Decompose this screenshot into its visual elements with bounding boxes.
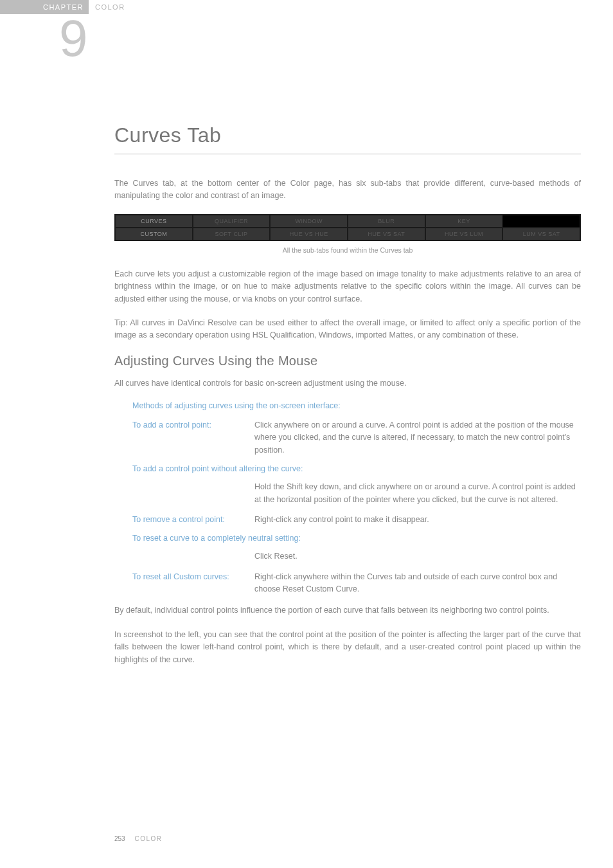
tabs-row-1: CURVES QUALIFIER WINDOW BLUR KEY [116, 215, 580, 227]
tab-huevshue: HUE VS HUE [271, 228, 347, 240]
method-desc: Right-click any control point to make it… [254, 514, 581, 526]
tabs-figure: CURVES QUALIFIER WINDOW BLUR KEY CUSTOM … [114, 214, 581, 241]
tabs-row-2: CUSTOM SOFT CLIP HUE VS HUE HUE VS SAT H… [116, 228, 580, 240]
method-desc: Click anywhere on or around a curve. A c… [254, 419, 581, 457]
body-paragraph: Each curve lets you adjust a customizabl… [114, 268, 581, 305]
method-term: To remove a control point: [132, 514, 254, 526]
tab-lumvssat: LUM VS SAT [503, 228, 580, 240]
tab-blur: BLUR [348, 215, 425, 227]
tab-curves: CURVES [116, 215, 192, 227]
tab-huevssat: HUE VS SAT [348, 228, 425, 240]
section-heading: Adjusting Curves Using the Mouse [114, 354, 581, 368]
method-term: To add a control point: [132, 419, 254, 457]
page-header: CHAPTER COLOR [0, 0, 613, 14]
page-content: Curves Tab The Curves tab, at the bottom… [114, 14, 581, 666]
method-row: To reset all Custom curves: Right-click … [132, 571, 581, 596]
tab-huevslum: HUE VS LUM [426, 228, 502, 240]
method-row: To add a control point: Click anywhere o… [132, 419, 581, 457]
tab-window: WINDOW [271, 215, 347, 227]
body-paragraph: In screenshot to the left, you can see t… [114, 629, 581, 666]
method-row: Hold the Shift key down, and click anywh… [132, 481, 581, 506]
method-desc: Hold the Shift key down, and click anywh… [254, 481, 581, 506]
method-row: To remove a control point: Right-click a… [132, 514, 581, 526]
chapter-number: 9 [59, 9, 88, 68]
footer-section: COLOR [134, 835, 162, 842]
tab-qualifier: QUALIFIER [193, 215, 270, 227]
method-term-spacer [132, 550, 254, 563]
body-paragraph: All curves have identical controls for b… [114, 377, 581, 390]
tab-key: KEY [426, 215, 502, 227]
method-desc: Click Reset. [254, 550, 581, 563]
tip-paragraph: Tip: All curves in DaVinci Resolve can b… [114, 317, 581, 342]
page-number: 253 [114, 835, 125, 842]
method-desc: Right-click anywhere within the Curves t… [254, 571, 581, 596]
tab-softclip: SOFT CLIP [193, 228, 270, 240]
page-title: Curves Tab [114, 123, 581, 154]
method-full-term: To reset a curve to a completely neutral… [132, 534, 581, 543]
method-term: To reset all Custom curves: [132, 571, 254, 596]
methods-block: Methods of adjusting curves using the on… [132, 401, 581, 595]
method-row: Click Reset. [132, 550, 581, 563]
page-footer: 253 COLOR [114, 835, 163, 842]
tab-empty [503, 215, 580, 227]
body-paragraph: By default, individual control points in… [114, 604, 581, 617]
methods-title: Methods of adjusting curves using the on… [132, 401, 581, 410]
method-term-spacer [132, 481, 254, 506]
intro-paragraph: The Curves tab, at the bottom center of … [114, 177, 581, 203]
method-full-term: To add a control point without altering … [132, 464, 581, 473]
section-label: COLOR [95, 0, 125, 14]
figure-caption: All the sub-tabs found within the Curves… [114, 246, 581, 254]
tab-custom: CUSTOM [116, 228, 192, 240]
